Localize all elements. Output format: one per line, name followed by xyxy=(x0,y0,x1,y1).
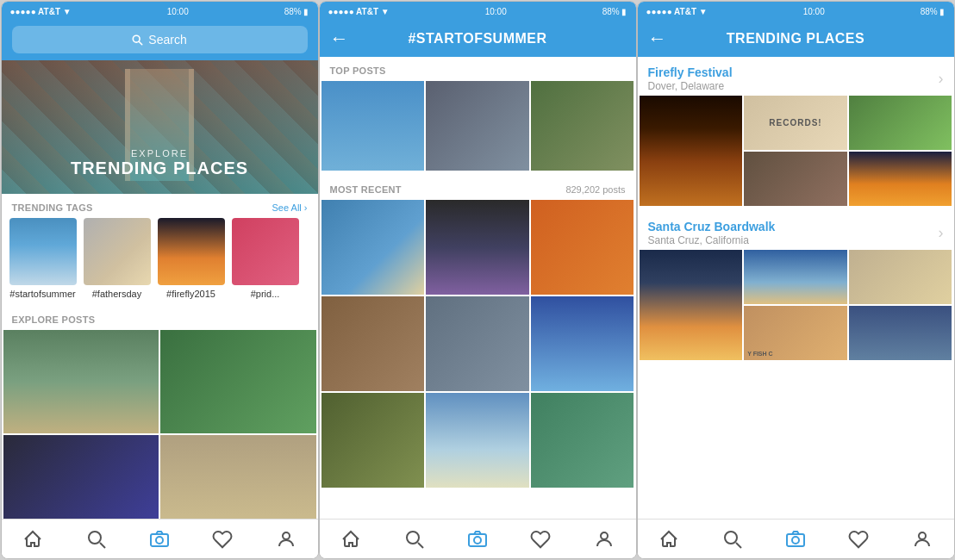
status-carrier-3: ●●●●● AT&T ▼ xyxy=(646,7,708,16)
phones-container: ●●●●● AT&T ▼ 10:00 88% ▮ Search EXPLOR xyxy=(0,0,955,560)
tag-pride[interactable]: #prid... xyxy=(231,218,300,299)
camera-nav-icon-2[interactable] xyxy=(459,520,496,558)
tag-img-startofsummer xyxy=(9,218,77,285)
search-bar-wrap: Search xyxy=(2,21,318,60)
place-2-location: Santa Cruz, California xyxy=(648,234,776,246)
top-post-2[interactable] xyxy=(426,81,529,171)
place-1-location: Dover, Delaware xyxy=(648,80,733,92)
santacruz-photo-2[interactable] xyxy=(744,250,847,304)
heart-nav-icon[interactable] xyxy=(203,520,241,558)
bottom-nav-1 xyxy=(2,519,318,558)
hero-title: TRENDING PLACES xyxy=(71,159,248,178)
see-all-button[interactable]: See All › xyxy=(272,202,308,213)
profile-nav-icon-2[interactable] xyxy=(585,520,623,558)
santacruz-photo-main[interactable] xyxy=(640,250,743,360)
place-1-info: Firefly Festival Dover, Delaware xyxy=(648,65,733,92)
top-posts-label: TOP POSTS xyxy=(330,65,386,76)
recent-photo-7[interactable] xyxy=(321,393,425,488)
firefly-photo-2[interactable]: RECORDS! xyxy=(744,96,847,150)
heart-nav-icon-2[interactable] xyxy=(521,520,559,558)
firefly-photo-4[interactable] xyxy=(744,152,847,206)
phone-1: ●●●●● AT&T ▼ 10:00 88% ▮ Search EXPLOR xyxy=(1,1,319,559)
svg-point-7 xyxy=(407,532,419,544)
place-2-header[interactable]: Santa Cruz Boardwalk Santa Cruz, Califor… xyxy=(638,211,954,250)
trending-tags-header: TRENDING TAGS See All › xyxy=(2,194,318,218)
status-bar-3: ●●●●● AT&T ▼ 10:00 88% ▮ xyxy=(638,2,954,21)
tag-label-fathersday: #fathersday xyxy=(92,289,141,299)
tag-label-startofsummer: #startofsummer xyxy=(9,289,75,299)
place-1-photos: RECORDS! xyxy=(638,96,954,208)
tag-fathersday[interactable]: #fathersday xyxy=(83,218,152,299)
status-time-2: 10:00 xyxy=(485,7,507,16)
svg-point-10 xyxy=(474,537,481,544)
hero: EXPLORE TRENDING PLACES xyxy=(2,60,318,194)
recent-photo-1[interactable] xyxy=(321,200,425,295)
bottom-nav-2 xyxy=(320,519,636,558)
recent-photo-8[interactable] xyxy=(426,393,529,488)
camera-nav-icon[interactable] xyxy=(140,520,178,558)
firefly-photo-3[interactable] xyxy=(849,96,952,150)
back-button-3[interactable]: ← xyxy=(648,28,667,50)
most-recent-label: MOST RECENT xyxy=(330,184,402,195)
heart-nav-icon-3[interactable] xyxy=(840,520,877,558)
santacruz-photo-3[interactable] xyxy=(849,250,952,304)
santacruz-photo-4[interactable]: Y FISH C xyxy=(744,306,847,360)
santacruz-photo-5[interactable] xyxy=(849,306,952,360)
recent-photo-5[interactable] xyxy=(426,296,529,391)
scroll-area-2: TOP POSTS MOST RECENT 829,202 posts xyxy=(320,57,636,519)
home-nav-icon-3[interactable] xyxy=(650,520,688,558)
tag-img-firefly xyxy=(158,218,225,285)
home-nav-icon-2[interactable] xyxy=(332,520,370,558)
recent-photo-3[interactable] xyxy=(531,200,634,295)
status-time-1: 10:00 xyxy=(167,7,189,16)
trending-tags-label: TRENDING TAGS xyxy=(12,202,93,213)
chevron-right-icon-2: › xyxy=(939,224,944,242)
firefly-photo-5[interactable] xyxy=(849,152,952,206)
firefly-photo-main[interactable] xyxy=(640,96,743,206)
search-nav-icon[interactable] xyxy=(78,520,115,558)
explore-photo-3[interactable] xyxy=(3,435,159,519)
home-nav-icon[interactable] xyxy=(14,520,52,558)
recent-photo-4[interactable] xyxy=(321,296,425,391)
post-count: 829,202 posts xyxy=(565,184,625,195)
profile-nav-icon-3[interactable] xyxy=(903,520,941,558)
explore-photo-2[interactable] xyxy=(160,330,316,433)
explore-posts-header: EXPLORE POSTS xyxy=(2,306,318,330)
place-1-name: Firefly Festival xyxy=(648,65,733,79)
profile-nav-icon[interactable] xyxy=(267,520,305,558)
status-carrier-2: ●●●●● AT&T ▼ xyxy=(328,7,390,16)
recent-photo-9[interactable] xyxy=(531,393,634,488)
status-bar-1: ●●●●● AT&T ▼ 10:00 88% ▮ xyxy=(2,2,318,21)
svg-line-8 xyxy=(418,543,423,548)
page-title-2: #STARTOFSUMMER xyxy=(408,31,546,47)
scroll-area-3: Firefly Festival Dover, Delaware › RECOR… xyxy=(638,57,954,519)
explore-photo-4[interactable] xyxy=(160,435,316,519)
scroll-area-1: EXPLORE TRENDING PLACES TRENDING TAGS Se… xyxy=(2,60,318,519)
svg-point-16 xyxy=(919,532,926,539)
place-2-photos: Y FISH C xyxy=(638,250,954,362)
explore-photo-1[interactable] xyxy=(3,330,159,433)
tag-startofsummer[interactable]: #startofsummer xyxy=(9,218,78,299)
top-posts-grid xyxy=(320,81,636,176)
recent-photo-2[interactable] xyxy=(426,200,529,295)
bottom-nav-3 xyxy=(638,519,954,558)
top-post-3[interactable] xyxy=(531,81,634,171)
recent-grid xyxy=(320,200,636,489)
tag-img-pride xyxy=(232,218,299,285)
tag-img-fathersday xyxy=(84,218,151,285)
search-bar[interactable]: Search xyxy=(12,26,308,53)
back-button-2[interactable]: ← xyxy=(330,28,349,50)
top-post-1[interactable] xyxy=(321,81,425,171)
explore-posts-grid xyxy=(2,330,318,519)
place-1-header[interactable]: Firefly Festival Dover, Delaware › xyxy=(638,57,954,96)
recent-photo-6[interactable] xyxy=(531,296,634,391)
search-nav-icon-2[interactable] xyxy=(396,520,434,558)
svg-point-15 xyxy=(792,537,799,544)
tag-firefly2015[interactable]: #firefly2015 xyxy=(157,218,226,299)
hero-sub: EXPLORE xyxy=(131,148,188,159)
tag-label-pride: #prid... xyxy=(251,289,280,299)
camera-nav-icon-3[interactable] xyxy=(777,520,815,558)
search-nav-icon-3[interactable] xyxy=(714,520,752,558)
svg-point-6 xyxy=(283,532,290,539)
svg-point-11 xyxy=(601,532,608,539)
